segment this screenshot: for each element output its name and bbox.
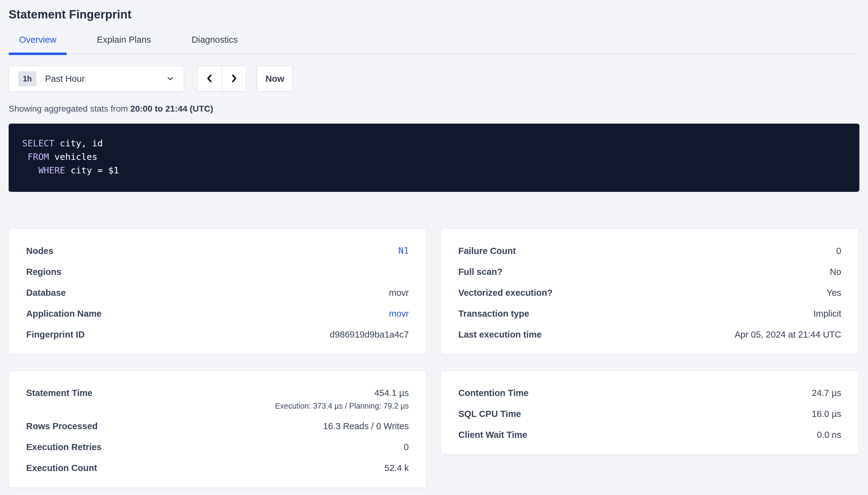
row-regions: Regions <box>26 267 409 277</box>
row-value: 0.0 ns <box>817 429 841 440</box>
row-application-name: Application Name movr <box>26 308 409 319</box>
row-label: SQL CPU Time <box>458 409 521 419</box>
row-label: Application Name <box>26 308 102 319</box>
row-value: d986919d9ba1a4c7 <box>330 329 409 340</box>
statement-time-breakdown: Execution: 373.4 µs / Planning: 79.2 µs <box>275 401 409 410</box>
row-label: Failure Count <box>458 246 516 256</box>
row-label: Rows Processed <box>26 421 98 431</box>
row-value: Apr 05, 2024 at 21:44 UTC <box>734 329 841 340</box>
row-label: Statement Time <box>26 388 92 398</box>
row-fingerprint-id: Fingerprint ID d986919d9ba1a4c7 <box>26 329 409 340</box>
aggregation-time-range: 20:00 to 21:44 (UTC) <box>130 104 213 114</box>
time-range-label: Past Hour <box>45 74 85 84</box>
row-nodes: Nodes N1 <box>26 246 409 256</box>
sql-indent <box>22 165 38 175</box>
sql-statement-box: SELECT city, id FROM vehicles WHERE city… <box>9 124 859 192</box>
aggregation-note: Showing aggregated stats from 20:00 to 2… <box>9 104 859 114</box>
previous-interval-button[interactable] <box>197 66 222 91</box>
sql-text: city, id <box>54 138 103 149</box>
row-value: movr <box>389 288 409 298</box>
row-label: Client Wait Time <box>458 429 527 440</box>
row-failure-count: Failure Count 0 <box>458 246 841 256</box>
aggregation-note-prefix: Showing aggregated stats from <box>9 104 130 114</box>
sql-keyword: FROM <box>28 152 49 162</box>
row-statement-time: Statement Time 454.1 µs Execution: 373.4… <box>26 388 409 410</box>
metadata-card-right: Failure Count 0 Full scan? No Vectorized… <box>441 229 859 354</box>
nodes-link[interactable]: N1 <box>398 246 409 256</box>
tab-bar: Overview Explain Plans Diagnostics <box>9 35 859 54</box>
statement-fingerprint-page: Statement Fingerprint Overview Explain P… <box>0 0 868 488</box>
row-value: 0 <box>836 246 841 256</box>
row-label: Fingerprint ID <box>26 329 85 340</box>
row-database: Database movr <box>26 288 409 298</box>
now-button[interactable]: Now <box>257 66 293 91</box>
summary-cards: Nodes N1 Regions Database movr Applicati… <box>9 229 859 488</box>
chevron-left-icon <box>204 73 215 85</box>
statement-stats-card-left: Statement Time 454.1 µs Execution: 373.4… <box>9 371 426 488</box>
row-contention-time: Contention Time 24.7 µs <box>458 388 841 398</box>
row-rows-processed: Rows Processed 16.3 Reads / 0 Writes <box>26 421 409 431</box>
sql-text: vehicles <box>49 152 97 162</box>
row-label: Vectorized execution? <box>458 288 553 298</box>
row-value: 454.1 µs <box>374 388 409 398</box>
interval-badge: 1h <box>18 71 36 86</box>
row-client-wait-time: Client Wait Time 0.0 ns <box>458 429 841 440</box>
row-execution-count: Execution Count 52.4 k <box>26 463 409 473</box>
page-title: Statement Fingerprint <box>9 0 859 21</box>
row-execution-retries: Execution Retries 0 <box>26 442 409 452</box>
row-value: 24.7 µs <box>812 388 841 398</box>
row-value: No <box>830 267 841 277</box>
row-value: 16.0 µs <box>812 409 841 419</box>
application-name-link[interactable]: movr <box>389 308 409 319</box>
row-full-scan: Full scan? No <box>458 267 841 277</box>
row-label: Regions <box>26 267 61 277</box>
tab-diagnostics[interactable]: Diagnostics <box>181 35 248 53</box>
row-label: Execution Retries <box>26 442 102 452</box>
row-value: 52.4 k <box>384 463 409 473</box>
row-sql-cpu-time: SQL CPU Time 16.0 µs <box>458 409 841 419</box>
row-label: Last execution time <box>458 329 542 340</box>
sql-keyword: WHERE <box>38 165 65 175</box>
row-value: Implicit <box>814 308 841 319</box>
row-value: 0 <box>404 442 409 452</box>
sql-indent <box>22 152 28 162</box>
chevron-right-icon <box>229 73 239 85</box>
metadata-card-left: Nodes N1 Regions Database movr Applicati… <box>9 229 426 354</box>
row-value: Yes <box>827 288 841 298</box>
row-label: Full scan? <box>458 267 502 277</box>
sql-keyword: SELECT <box>22 138 54 149</box>
row-transaction-type: Transaction type Implicit <box>458 308 841 319</box>
statement-stats-card-right: Contention Time 24.7 µs SQL CPU Time 16.… <box>441 371 859 455</box>
time-range-dropdown[interactable]: 1h Past Hour <box>9 66 184 91</box>
chevron-down-icon <box>166 74 175 83</box>
row-label: Nodes <box>26 246 53 256</box>
tab-explain-plans[interactable]: Explain Plans <box>86 35 162 53</box>
row-label: Transaction type <box>458 308 529 319</box>
time-controls: 1h Past Hour Now <box>9 66 859 91</box>
row-value: 16.3 Reads / 0 Writes <box>323 421 409 431</box>
time-step-button-group <box>197 66 246 91</box>
tab-overview[interactable]: Overview <box>9 35 67 53</box>
row-label: Contention Time <box>458 388 528 398</box>
sql-text: city = $1 <box>65 165 119 175</box>
next-interval-button[interactable] <box>222 66 246 91</box>
row-vectorized-execution: Vectorized execution? Yes <box>458 288 841 298</box>
row-last-execution-time: Last execution time Apr 05, 2024 at 21:4… <box>458 329 841 340</box>
row-label: Execution Count <box>26 463 97 473</box>
row-label: Database <box>26 288 66 298</box>
